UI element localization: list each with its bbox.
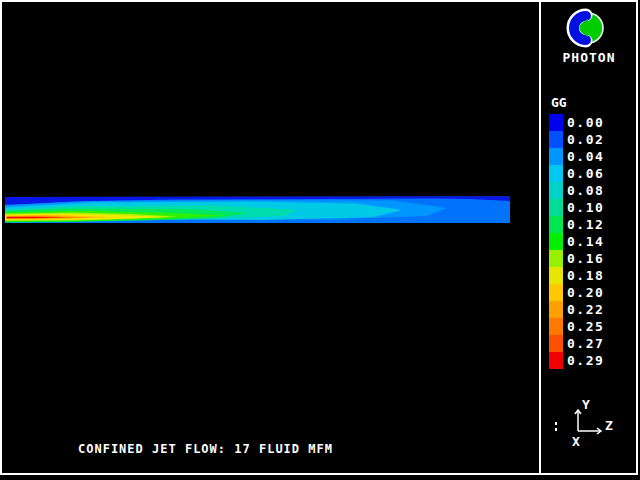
legend-value-label: 0.08 [567,183,604,198]
legend-color-swatch [549,148,563,165]
legend-color-swatch [549,216,563,233]
legend-entry: 0.10 [549,199,604,216]
legend-value-label: 0.14 [567,234,604,249]
legend-value-label: 0.02 [567,132,604,147]
legend-value-label: 0.20 [567,285,604,300]
sidebar-divider [539,0,541,475]
legend-entry: 0.14 [549,233,604,250]
legend-entry: 0.22 [549,301,604,318]
legend-color-swatch [549,250,563,267]
legend-entry: 0.08 [549,182,604,199]
legend-color-swatch [549,165,563,182]
legend-value-label: 0.10 [567,200,604,215]
legend-entry: 0.02 [549,131,604,148]
legend-entries: 0.000.020.040.060.080.100.120.140.160.18… [549,114,604,369]
legend-entry: 0.18 [549,267,604,284]
legend-color-swatch [549,318,563,335]
legend-color-swatch [549,199,563,216]
legend-color-swatch [549,182,563,199]
legend-entry: 0.25 [549,318,604,335]
legend-title: GG [551,95,567,110]
viewport-border [0,0,638,475]
legend-color-swatch [549,267,563,284]
legend-value-label: 0.04 [567,149,604,164]
legend-value-label: 0.18 [567,268,604,283]
legend-value-label: 0.29 [567,353,604,368]
brand-label: PHOTON [541,50,637,65]
jet-contour-plot [2,195,512,225]
legend-entry: 0.16 [549,250,604,267]
legend-color-swatch [549,284,563,301]
legend-entry: 0.06 [549,165,604,182]
legend-value-label: 0.16 [567,251,604,266]
legend-value-label: 0.27 [567,336,604,351]
legend-entry: 0.27 [549,335,604,352]
legend-entry: 0.00 [549,114,604,131]
legend-entry: 0.04 [549,148,604,165]
legend-color-swatch [549,114,563,131]
legend-value-label: 0.25 [567,319,604,334]
legend-entry: 0.20 [549,284,604,301]
photon-window: CONFINED JET FLOW: 17 FLUID MFM PHOTON G… [0,0,640,480]
legend-value-label: 0.06 [567,166,604,181]
legend-value-label: 0.00 [567,115,604,130]
axis-triad-icon [548,400,608,440]
legend-color-swatch [549,301,563,318]
legend-entry: 0.12 [549,216,604,233]
legend-entry: 0.29 [549,352,604,369]
legend-color-swatch [549,335,563,352]
legend-color-swatch [549,352,563,369]
photon-logo-icon [560,5,606,51]
legend-value-label: 0.12 [567,217,604,232]
legend-value-label: 0.22 [567,302,604,317]
plot-title: CONFINED JET FLOW: 17 FLUID MFM [78,442,333,456]
legend-color-swatch [549,131,563,148]
legend-color-swatch [549,233,563,250]
